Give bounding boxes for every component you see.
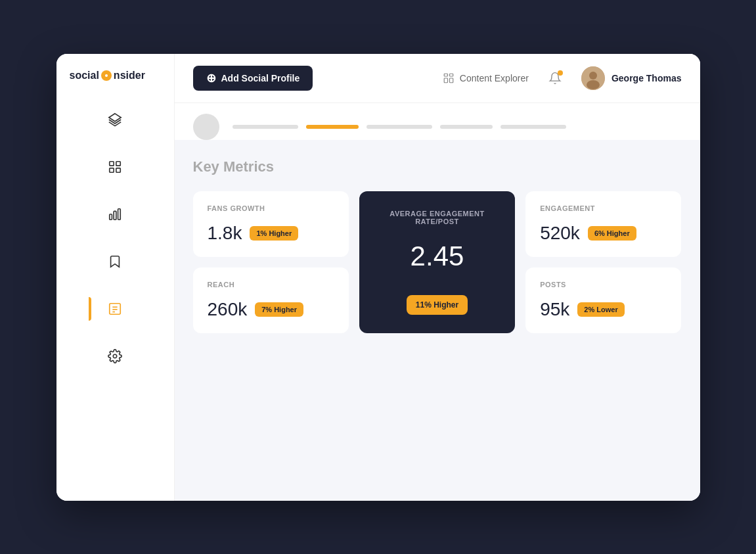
user-profile[interactable]: George Thomas [581, 66, 682, 90]
add-profile-label: Add Social Profile [221, 73, 300, 83]
bookmark-icon [108, 254, 122, 269]
svg-point-18 [589, 72, 597, 80]
chart-icon [108, 207, 122, 221]
svg-point-12 [113, 354, 117, 358]
reach-value: 260k [208, 299, 248, 320]
metric-card-posts: POSTS 95k 2% Lower [525, 267, 681, 333]
logo: social nsider [56, 70, 174, 81]
add-profile-button[interactable]: ⊕ Add Social Profile [193, 66, 313, 91]
sidebar-item-grid[interactable] [100, 152, 129, 181]
section-title: Key Metrics [193, 158, 682, 175]
posts-value: 95k [540, 299, 569, 320]
sidebar-item-report[interactable] [100, 294, 129, 323]
svg-rect-3 [110, 168, 114, 172]
user-name: George Thomas [611, 73, 682, 83]
layers-icon [108, 112, 122, 127]
svg-point-19 [587, 80, 600, 89]
svg-rect-1 [110, 161, 114, 165]
svg-rect-7 [118, 208, 121, 219]
tab-3[interactable] [367, 125, 432, 129]
svg-rect-15 [444, 78, 447, 83]
grid-icon [108, 160, 122, 174]
topbar-right: Content Explorer [443, 66, 682, 90]
notification-dot [558, 70, 563, 76]
tab-1[interactable] [233, 125, 298, 129]
reach-label: REACH [208, 281, 334, 289]
notification-button[interactable] [545, 68, 566, 89]
svg-rect-13 [444, 74, 447, 76]
content-explorer-button[interactable]: Content Explorer [443, 72, 529, 84]
settings-icon [108, 349, 122, 363]
engagement-value: 520k [540, 223, 580, 244]
svg-rect-8 [110, 303, 121, 314]
nav-items [56, 105, 174, 485]
sidebar-item-settings[interactable] [100, 342, 129, 371]
topbar: ⊕ Add Social Profile Content Explorer [175, 54, 700, 103]
svg-rect-4 [116, 168, 120, 172]
report-icon [108, 302, 122, 316]
reach-value-row: 260k 7% Higher [208, 299, 334, 320]
svg-rect-2 [116, 161, 120, 165]
metric-card-reach: REACH 260k 7% Higher [193, 267, 349, 333]
avg-engagement-label: AVERAGE ENGAGEMENT RATE/POST [374, 210, 500, 225]
sidebar: social nsider [56, 54, 175, 501]
posts-badge: 2% Lower [577, 302, 624, 317]
posts-label: POSTS [540, 281, 667, 289]
content-explorer-icon [443, 72, 455, 84]
metric-card-engagement: ENGAGEMENT 520k 6% Higher [525, 191, 681, 257]
fans-growth-label: FANS GROWTH [208, 204, 334, 212]
tabbar [175, 103, 700, 140]
metric-card-avg-engagement: AVERAGE ENGAGEMENT RATE/POST 2.45 11% Hi… [359, 191, 515, 333]
sidebar-item-bookmark[interactable] [100, 247, 129, 276]
sidebar-item-chart[interactable] [100, 200, 129, 229]
engagement-label: ENGAGEMENT [540, 204, 667, 212]
content-area: Key Metrics FANS GROWTH 1.8k 1% Higher A… [175, 140, 700, 501]
app-container: social nsider [56, 54, 700, 501]
avg-engagement-value: 2.45 [411, 241, 464, 272]
svg-rect-6 [114, 211, 116, 219]
tab-2[interactable] [306, 125, 359, 129]
reach-badge: 7% Higher [255, 302, 303, 317]
engagement-value-row: 520k 6% Higher [540, 223, 667, 244]
fans-growth-badge: 1% Higher [250, 226, 298, 241]
avatar-image [581, 66, 605, 90]
metrics-grid: FANS GROWTH 1.8k 1% Higher AVERAGE ENGAG… [193, 191, 682, 333]
content-explorer-label: Content Explorer [460, 73, 529, 83]
posts-value-row: 95k 2% Lower [540, 299, 667, 320]
svg-rect-16 [449, 78, 453, 83]
avg-engagement-badge: 11% Higher [407, 295, 468, 315]
avatar [581, 66, 605, 90]
fans-growth-value-row: 1.8k 1% Higher [208, 223, 334, 244]
metric-card-fans-growth: FANS GROWTH 1.8k 1% Higher [193, 191, 349, 257]
fans-growth-value: 1.8k [208, 223, 242, 244]
profile-circle [193, 114, 219, 140]
tab-5[interactable] [500, 125, 566, 129]
engagement-badge: 6% Higher [588, 226, 636, 241]
tab-4[interactable] [440, 125, 493, 129]
plus-icon: ⊕ [206, 72, 216, 84]
main-area: ⊕ Add Social Profile Content Explorer [175, 54, 700, 501]
svg-rect-14 [449, 74, 453, 76]
sidebar-item-layers[interactable] [100, 105, 129, 134]
svg-rect-5 [110, 214, 112, 219]
